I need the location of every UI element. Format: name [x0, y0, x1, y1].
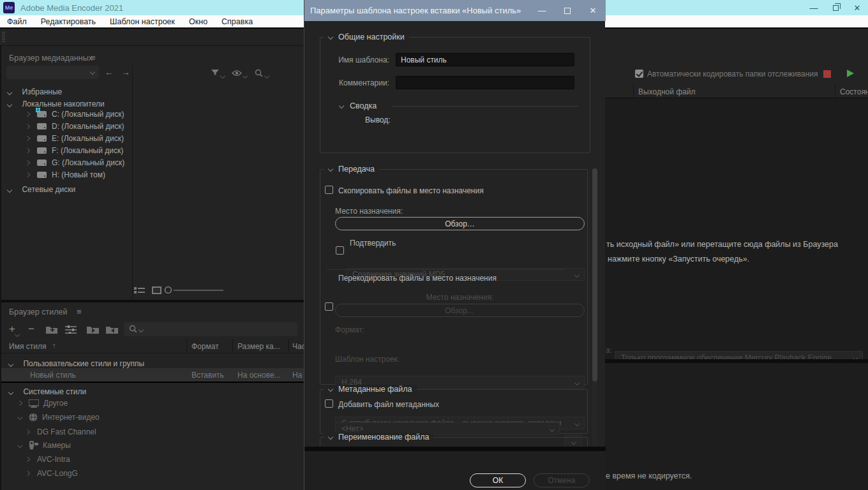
copy-files-checkbox[interactable] [325, 186, 333, 194]
transfer-header[interactable]: Передача [324, 165, 379, 174]
queue-column-status[interactable]: Состояни [840, 87, 868, 96]
dialog-scrollbar-thumb[interactable] [592, 168, 597, 382]
add-preset-chevron-icon [15, 332, 20, 337]
preset-item-dg-fast-channel[interactable]: DG Fast Channel [26, 427, 96, 436]
media-browser-title: Браузер медиаданных [9, 54, 93, 63]
media-browser-menu-icon[interactable]: ≡ [91, 53, 96, 63]
verify-checkbox[interactable] [336, 246, 344, 255]
watch-folders-checkbox[interactable] [635, 70, 643, 78]
chevron-down-icon [328, 434, 333, 440]
dialog-minimize-button[interactable]: — [529, 0, 555, 21]
start-queue-button[interactable] [847, 70, 854, 77]
column-header-frame-size[interactable]: Размер ка... [237, 342, 280, 351]
drive-icon [37, 135, 47, 142]
sort-ascending-icon: ↑ [52, 341, 56, 349]
metadata-header[interactable]: Метаданные файла [324, 385, 417, 394]
chevron-right-icon [25, 471, 30, 476]
queue-list[interactable]: ть исходный файл» или перетащите сюда фа… [605, 98, 868, 385]
preset-item-avc-intra[interactable]: AVC-Intra [26, 455, 70, 464]
browse-button[interactable]: Обзор… [335, 217, 585, 230]
queue-column-output[interactable]: Выходной файл [638, 87, 696, 96]
preset-item-avc-longg[interactable]: AVC-LongG [26, 469, 78, 478]
drive-icon [37, 172, 47, 178]
ingest-preset-dialog: Параметры шаблона настроек вставки «Новы… [304, 0, 605, 490]
new-group-folder-icon[interactable] [46, 325, 57, 334]
format-label: Формат: [335, 325, 364, 334]
browse2-button[interactable]: Обзор… [335, 304, 585, 317]
tree-item-favorites[interactable]: Избранные [8, 85, 62, 97]
preset-group-user[interactable]: Пользовательские стили и группы [9, 357, 144, 369]
add-metadata-checkbox[interactable] [325, 399, 333, 408]
queue-hint-line1: ть исходный файл» или перетащите сюда фа… [606, 240, 838, 249]
tree-splitter[interactable] [132, 65, 133, 299]
menu-preset[interactable]: Шаблон настроек [103, 17, 182, 26]
preset-search-field[interactable] [124, 322, 297, 336]
media-browser-panel: Браузер медиаданных ≡ ← → Избранные Лока [1, 46, 305, 300]
toolbar-grip[interactable] [2, 32, 5, 43]
general-settings-header[interactable]: Общие настройки [324, 33, 409, 41]
menu-window[interactable]: Окно [182, 17, 214, 26]
preset-settings-icon[interactable] [65, 325, 77, 334]
cancel-button[interactable]: Отмена [534, 473, 590, 487]
preset-browser-menu-icon[interactable]: ≡ [77, 307, 82, 316]
remove-preset-icon[interactable]: − [28, 323, 34, 336]
ok-button[interactable]: ОК [470, 473, 526, 487]
export-preset-icon[interactable] [106, 325, 118, 334]
tree-item-local-drives[interactable]: Локальные накопители [8, 98, 105, 109]
column-divider [633, 85, 634, 98]
tree-item-drive-c[interactable]: C: (Локальный диск) [26, 110, 124, 119]
menu-help[interactable]: Справка [214, 17, 260, 26]
preset-row-selected[interactable]: Новый стиль Вставить На основе... На ос [1, 368, 305, 382]
app-close-button[interactable]: ✕ [846, 0, 868, 15]
queue-panel: Автоматически кодировать папки отслежива… [605, 45, 868, 490]
column-header-name[interactable]: Имя стиля [9, 342, 46, 351]
renderer-label-fragment: а: [606, 346, 612, 355]
filter-icon[interactable] [211, 69, 220, 77]
transcode-checkbox[interactable] [325, 302, 333, 311]
back-arrow-icon[interactable]: ← [105, 67, 114, 77]
preset-item-web-video[interactable]: Интернет-видео [18, 413, 100, 422]
list-view-icon[interactable] [134, 286, 145, 294]
preset-item-other[interactable]: Другое [18, 399, 68, 408]
thumbnail-view-icon[interactable] [152, 286, 161, 294]
chevron-down-icon [17, 415, 22, 420]
rename-header[interactable]: Переименование файла [324, 433, 433, 442]
encoding-panel: е время не кодируется. [605, 363, 868, 490]
summary-section-header[interactable]: Сводка [340, 101, 377, 110]
tree-item-drive-g[interactable]: G: (Локальный диск) [26, 158, 124, 167]
column-divider[interactable] [232, 339, 233, 352]
search-icon[interactable] [255, 69, 263, 77]
import-preset-icon[interactable] [87, 325, 99, 334]
forward-arrow-icon[interactable]: → [121, 67, 130, 77]
dialog-close-button[interactable]: ✕ [580, 0, 606, 21]
preset-item-cameras[interactable]: Камеры [18, 441, 71, 450]
tree-item-network-drives[interactable]: Сетевые диски [8, 183, 75, 195]
comments-input[interactable] [396, 76, 574, 89]
group-divider [1, 382, 305, 383]
column-divider[interactable] [288, 339, 289, 352]
preset-group-system[interactable]: Системные стили [9, 385, 86, 397]
chevron-down-icon [8, 390, 13, 395]
maximize-icon [564, 8, 571, 14]
menu-file[interactable]: Файл [0, 17, 34, 26]
app-minimize-button[interactable]: — [803, 0, 825, 15]
eye-icon[interactable] [232, 70, 242, 77]
rename-group: Переименование файла [320, 437, 588, 447]
dialog-maximize-button[interactable] [555, 0, 580, 21]
chevron-right-icon [25, 124, 30, 129]
header-underline [1, 353, 305, 353]
tree-item-drive-f[interactable]: F: (Локальный диск) [26, 146, 123, 155]
tree-item-drive-d[interactable]: D: (Локальный диск) [26, 122, 124, 131]
zoom-slider-track[interactable] [174, 290, 223, 291]
app-restore-button[interactable] [825, 0, 846, 15]
tree-item-drive-h[interactable]: H: (Новый том) [26, 170, 105, 179]
stop-queue-button[interactable] [823, 70, 831, 78]
zoom-slider-knob[interactable] [164, 286, 172, 294]
filter-chevron-icon [220, 73, 225, 78]
tree-item-drive-e[interactable]: E: (Локальный диск) [26, 134, 124, 143]
menu-edit[interactable]: Редактировать [34, 17, 103, 26]
preset-name-input[interactable] [396, 53, 574, 66]
column-divider[interactable] [186, 339, 187, 352]
column-header-format[interactable]: Формат [191, 342, 219, 351]
media-browser-path-dropdown[interactable] [6, 66, 99, 79]
